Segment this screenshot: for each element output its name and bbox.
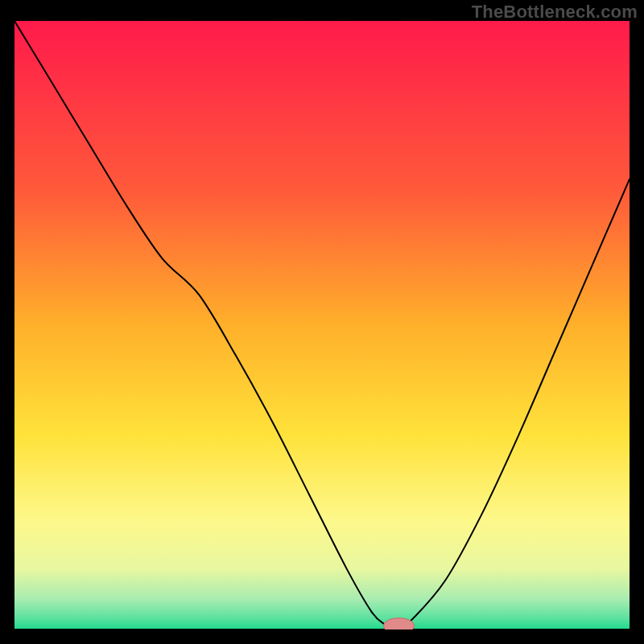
gradient-background: [14, 21, 630, 630]
chart-frame: TheBottleneck.com: [0, 0, 644, 644]
watermark-text: TheBottleneck.com: [472, 2, 638, 23]
chart-svg: [14, 21, 630, 630]
plot-area: [14, 21, 630, 630]
